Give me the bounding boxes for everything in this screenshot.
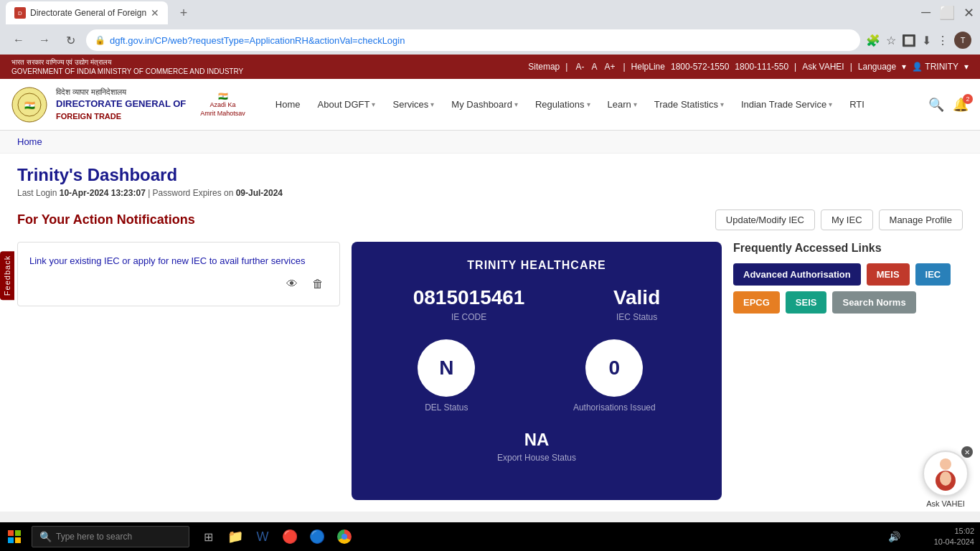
nav-about-dgft[interactable]: About DGFT ▾ — [311, 93, 383, 116]
freq-btn-4[interactable]: SEIS — [786, 291, 827, 314]
iec-status-value: Valid — [613, 286, 660, 309]
forward-button[interactable]: → — [34, 30, 55, 50]
bookmark-icon[interactable]: ☆ — [886, 34, 896, 47]
nav-bar: 🇮🇳 विदेश व्यापार महानिदेशालय DIRECTORATE… — [0, 79, 980, 131]
search-icon[interactable]: 🔍 — [928, 97, 944, 113]
taskbar-word[interactable]: W — [250, 522, 275, 551]
volume-icon[interactable]: 🔊 — [888, 531, 900, 542]
user-link[interactable]: 👤 TRINITY — [912, 62, 958, 72]
chevron-down-icon: ▾ — [430, 100, 434, 108]
freq-links: Advanced AuthorisationMEISIECEPCGSEISSea… — [733, 263, 963, 314]
delete-icon[interactable]: 🗑 — [308, 274, 328, 294]
iec-info: 0815015461 IE CODE Valid IEC Status — [369, 286, 705, 322]
nav-my-dashboard[interactable]: My Dashboard ▾ — [444, 93, 525, 116]
logo-emblem: 🇮🇳 — [11, 87, 47, 123]
chevron-down-icon: ▾ — [720, 100, 724, 108]
feedback-label[interactable]: Feedback — [0, 251, 14, 300]
clock: 15:02 10-04-2024 — [934, 526, 974, 548]
svg-point-3 — [940, 458, 951, 470]
font-minus-button[interactable]: A- — [573, 62, 586, 72]
taskbar-chrome[interactable] — [331, 522, 357, 551]
nav-services[interactable]: Services ▾ — [385, 93, 441, 116]
authorisations-circle: 0 — [585, 339, 643, 397]
profile-avatar[interactable]: T — [954, 32, 971, 49]
taskbar-search-input[interactable]: Type here to search — [56, 532, 132, 542]
minimize-icon[interactable]: ─ — [921, 5, 930, 21]
taskbar: 🔍 Type here to search ⊞ 📁 W 🔴 🔵 🌤 38°C H… — [0, 522, 980, 551]
website: भारत सरकार वाणिज्य एवं उद्योग मंत्रालय G… — [0, 55, 980, 512]
freq-btn-3[interactable]: EPCG — [733, 291, 780, 314]
nav-trade-statistics[interactable]: Trade Statistics ▾ — [647, 93, 731, 116]
top-bar: भारत सरकार वाणिज्य एवं उद्योग मंत्रालय G… — [0, 55, 980, 79]
password-date: 09-Jul-2024 — [236, 188, 283, 198]
eye-icon[interactable]: 👁 — [282, 274, 302, 294]
logo-eng2: FOREIGN TRADE — [56, 111, 186, 122]
my-iec-button[interactable]: My IEC — [821, 209, 873, 230]
freq-btn-2[interactable]: IEC — [915, 263, 951, 286]
tab-close-icon[interactable]: ✕ — [151, 7, 159, 19]
taskbar-task-view[interactable]: ⊞ — [195, 522, 221, 551]
sitemap-link[interactable]: Sitemap — [528, 62, 560, 72]
nav-indian-trade-service[interactable]: Indian Trade Service ▾ — [734, 93, 839, 116]
feedback-tab[interactable]: Feedback — [0, 251, 14, 300]
chevron-down-icon: ▾ — [829, 100, 832, 108]
taskbar-app3[interactable]: 🔴 — [277, 522, 303, 551]
url-text: dgft.gov.in/CP/web?requestType=Applicati… — [110, 35, 405, 46]
bell-icon[interactable]: 🔔 2 — [953, 97, 969, 113]
download-icon[interactable]: ⬇ — [922, 34, 931, 47]
font-normal-button[interactable]: A — [589, 62, 599, 72]
font-plus-button[interactable]: A+ — [602, 62, 617, 72]
export-value: NA — [369, 430, 705, 450]
last-login-info: Last Login 10-Apr-2024 13:23:07 | Passwo… — [17, 188, 963, 198]
sys-tray-icons: ∧ — [859, 531, 867, 542]
extensions-icon[interactable]: 🧩 — [866, 34, 880, 47]
weather-icon: 🌤 — [790, 531, 800, 542]
address-bar: ← → ↻ 🔒 dgft.gov.in/CP/web?requestType=A… — [0, 26, 980, 55]
nav-regulations[interactable]: Regulations ▾ — [528, 93, 598, 116]
govt-text: भारत सरकार वाणिज्य एवं उद्योग मंत्रालय G… — [11, 57, 243, 76]
extensions2-icon[interactable]: 🔲 — [902, 34, 916, 47]
weather-text: 38°C Haze — [806, 531, 854, 542]
chevron-down-icon: ▾ — [587, 100, 590, 108]
vahei-close-icon[interactable]: ✕ — [961, 446, 973, 458]
section-header: For Your Action Notifications Update/Mod… — [17, 209, 963, 230]
nav-rti[interactable]: RTI — [842, 93, 872, 116]
lock-icon: 🔒 — [95, 35, 105, 45]
freq-links-title: Frequently Accessed Links — [733, 242, 963, 255]
company-name: TRINITY HEALTHCARE — [369, 259, 705, 272]
vahei-avatar[interactable] — [923, 451, 969, 496]
ask-vahei-widget[interactable]: ✕ Ask VAHEI — [923, 451, 969, 508]
url-input[interactable]: 🔒 dgft.gov.in/CP/web?requestType=Applica… — [86, 29, 860, 51]
start-button[interactable] — [0, 522, 29, 551]
freq-btn-0[interactable]: Advanced Authorisation — [733, 263, 861, 286]
maximize-icon[interactable]: ⬜ — [939, 5, 955, 21]
phone1-link[interactable]: 1800-572-1550 — [671, 62, 729, 72]
iec-status-label: IEC Status — [613, 312, 660, 322]
svg-text:🇮🇳: 🇮🇳 — [24, 100, 35, 110]
language-dropdown[interactable]: Language — [858, 62, 896, 72]
notification-text: Link your existing IEC or apply for new … — [29, 255, 305, 266]
browser-tab[interactable]: D Directorate General of Foreign ✕ — [6, 1, 168, 24]
freq-btn-1[interactable]: MEIS — [867, 263, 910, 286]
ie-code-label: IE CODE — [413, 312, 525, 322]
phone2-link[interactable]: 1800-111-550 — [735, 62, 788, 72]
update-iec-button[interactable]: Update/Modify IEC — [715, 209, 815, 230]
logo-text: विदेश व्यापार महानिदेशालय DIRECTORATE GE… — [56, 87, 186, 122]
new-tab-button[interactable]: + — [174, 3, 194, 23]
taskbar-search[interactable]: 🔍 Type here to search — [32, 526, 189, 547]
nav-learn[interactable]: Learn ▾ — [600, 93, 644, 116]
breadcrumb-home[interactable]: Home — [17, 136, 42, 147]
taskbar-app4[interactable]: 🔵 — [304, 522, 330, 551]
taskbar-file-explorer[interactable]: 📁 — [222, 522, 248, 551]
back-button[interactable]: ← — [9, 30, 29, 50]
nav-home[interactable]: Home — [268, 93, 308, 116]
reload-button[interactable]: ↻ — [60, 30, 80, 50]
network-icon[interactable]: 🖥 — [872, 531, 882, 542]
password-label: Password Expires on — [153, 188, 234, 198]
freq-btn-5[interactable]: Search Norms — [832, 291, 915, 314]
del-status-circle: N — [418, 339, 475, 397]
ask-vahei-link[interactable]: Ask VAHEI — [802, 62, 844, 72]
manage-profile-button[interactable]: Manage Profile — [879, 209, 963, 230]
settings-icon[interactable]: ⋮ — [937, 34, 948, 47]
close-icon[interactable]: ✕ — [963, 5, 974, 21]
